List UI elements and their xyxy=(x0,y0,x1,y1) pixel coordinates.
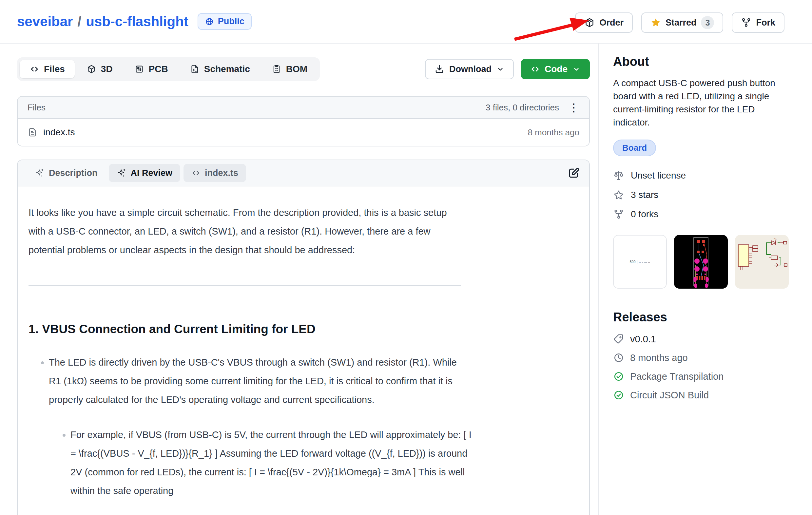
release-check-row: Package Transpilation xyxy=(613,371,792,382)
download-button[interactable]: Download xyxy=(425,59,514,79)
release-age-row: 8 months ago xyxy=(613,352,792,363)
schematic-preview-image: R1 xyxy=(735,235,789,289)
star-filled-icon xyxy=(650,18,661,28)
pcb-preview-image xyxy=(674,235,728,289)
page-header: seveibar / usb-c-flashlight Public Order… xyxy=(0,0,812,43)
clock-icon xyxy=(613,352,624,363)
view-tabstrip: Files 3D PCB xyxy=(17,57,320,81)
order-button[interactable]: Order xyxy=(575,12,633,33)
sparkles-icon xyxy=(117,168,126,178)
main-content: Files 3D PCB xyxy=(0,43,598,515)
tab-schematic[interactable]: Schematic xyxy=(180,60,260,78)
clipboard-icon xyxy=(272,64,282,74)
stars-row[interactable]: 3 stars xyxy=(613,189,792,201)
code-button[interactable]: Code xyxy=(521,59,590,79)
review-section-heading: 1. VBUS Connection and Current Limiting … xyxy=(29,322,463,336)
license-icon xyxy=(613,170,624,181)
chevron-down-icon xyxy=(572,65,581,73)
release-check-label: Circuit JSON Build xyxy=(630,390,709,401)
edit-icon xyxy=(568,167,580,179)
list-item: For example, if VBUS (from USB-C) is 5V,… xyxy=(70,426,473,500)
globe-icon xyxy=(205,17,214,26)
toolbar: Download Code xyxy=(425,59,590,79)
visibility-badge: Public xyxy=(198,13,252,30)
files-panel-title: Files xyxy=(28,102,46,113)
tag-icon xyxy=(613,334,624,345)
code-icon xyxy=(192,169,201,178)
release-version[interactable]: v0.0.1 xyxy=(630,334,656,345)
sidebar: About A compact USB-C powered push butto… xyxy=(598,43,812,515)
chevron-down-icon xyxy=(496,65,504,73)
check-circle-icon xyxy=(613,390,624,401)
edit-button[interactable] xyxy=(568,167,580,179)
package-icon xyxy=(584,18,595,28)
breadcrumb-separator: / xyxy=(77,14,81,29)
repo-meta-list: Unset license 3 stars 0 forks xyxy=(613,170,792,220)
tab-index-ts[interactable]: index.ts xyxy=(183,164,246,182)
tab-pcb[interactable]: PCB xyxy=(124,60,178,78)
review-bullet-list: The LED is directly driven by the USB-C'… xyxy=(29,353,463,500)
code-icon xyxy=(530,64,540,74)
download-icon xyxy=(434,64,445,74)
pcb-icon xyxy=(134,64,144,74)
repo-link[interactable]: usb-c-flashlight xyxy=(86,14,188,29)
list-item: The LED is directly driven by the USB-C'… xyxy=(49,353,465,500)
tab-description[interactable]: Description xyxy=(27,164,106,182)
board-tag[interactable]: Board xyxy=(613,140,656,156)
kebab-menu-icon[interactable]: ⋮ xyxy=(568,102,579,113)
preview-thumbnails: 500 | ▪▪ ▪ ▪▪▪ ▪▪ xyxy=(613,235,792,289)
file-icon xyxy=(28,127,37,137)
thumbnail-schematic[interactable]: R1 xyxy=(735,235,789,289)
thumbnail-pcb[interactable] xyxy=(674,235,728,289)
repo-actions: Order Starred 3 Fork xyxy=(575,12,784,33)
files-summary: 3 files, 0 directories xyxy=(486,102,559,113)
fork-button[interactable]: Fork xyxy=(732,12,784,33)
tab-ai-review[interactable]: AI Review xyxy=(109,164,180,182)
cube-icon xyxy=(87,64,96,74)
release-check-label: Package Transpilation xyxy=(630,371,724,382)
files-panel: Files 3 files, 0 directories ⋮ index.ts … xyxy=(17,96,590,146)
forks-row[interactable]: 0 forks xyxy=(613,209,792,220)
controls-row: Files 3D PCB xyxy=(17,57,590,81)
fork-icon xyxy=(613,209,624,220)
about-title: About xyxy=(613,55,792,69)
files-panel-header: Files 3 files, 0 directories ⋮ xyxy=(18,97,589,119)
owner-link[interactable]: seveibar xyxy=(17,14,73,29)
thumbnail-3d[interactable]: 500 | ▪▪ ▪ ▪▪▪ ▪▪ xyxy=(613,235,667,289)
content-tabstrip: Description AI Review index.ts xyxy=(18,160,589,186)
code-icon xyxy=(29,64,39,74)
description-panel: Description AI Review index.ts xyxy=(17,159,590,515)
releases-title: Releases xyxy=(613,310,792,324)
tab-bom[interactable]: BOM xyxy=(262,60,317,78)
releases-section: Releases v0.0.1 8 months ago xyxy=(613,310,792,401)
star-count-badge: 3 xyxy=(701,16,714,29)
star-outline-icon xyxy=(613,189,624,201)
fork-icon xyxy=(741,18,751,28)
review-intro: It looks like you have a simple circuit … xyxy=(29,204,464,260)
ai-review-body: It looks like you have a simple circuit … xyxy=(18,186,463,500)
star-button[interactable]: Starred 3 xyxy=(641,12,724,33)
license-row[interactable]: Unset license xyxy=(613,170,792,181)
file-updated: 8 months ago xyxy=(528,127,579,138)
table-row[interactable]: index.ts 8 months ago xyxy=(18,119,589,146)
file-name-link[interactable]: index.ts xyxy=(43,127,75,138)
divider xyxy=(29,285,461,286)
svg-text:R1: R1 xyxy=(774,238,777,240)
schematic-file-icon xyxy=(190,64,200,74)
check-circle-icon xyxy=(613,371,624,382)
tab-files[interactable]: Files xyxy=(20,60,75,78)
tab-3d[interactable]: 3D xyxy=(77,60,122,78)
about-description: A compact USB-C powered push button boar… xyxy=(613,77,792,129)
sparkles-icon xyxy=(35,168,45,178)
release-age: 8 months ago xyxy=(630,353,688,363)
breadcrumb: seveibar / usb-c-flashlight Public xyxy=(17,13,252,30)
release-version-row[interactable]: v0.0.1 xyxy=(613,334,792,345)
release-check-row: Circuit JSON Build xyxy=(613,390,792,401)
